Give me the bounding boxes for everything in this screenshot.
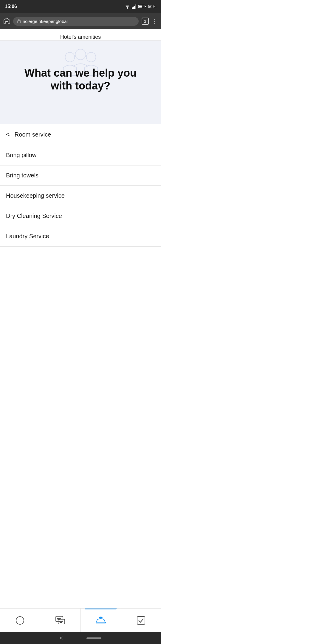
svg-point-9 — [65, 52, 75, 62]
home-svg — [4, 18, 10, 24]
home-icon[interactable] — [4, 18, 10, 25]
signal-icon — [132, 4, 137, 9]
url-text: ncierge.hkeeper.global — [23, 19, 68, 24]
lock-icon — [17, 19, 21, 24]
page-header: Hotel's amenities — [0, 29, 161, 41]
wifi-icon — [125, 4, 130, 9]
tab-count[interactable]: 2 — [142, 18, 149, 25]
svg-point-10 — [86, 52, 96, 62]
lock-svg — [17, 19, 21, 23]
url-bar[interactable]: ncierge.hkeeper.global — [13, 17, 139, 26]
svg-point-0 — [127, 8, 128, 9]
back-arrow-icon: < — [6, 131, 10, 138]
list-item[interactable]: Housekeeping service — [0, 186, 161, 206]
room-service-back-item[interactable]: < Room service — [0, 124, 161, 145]
more-menu-icon[interactable]: ⋮ — [152, 18, 157, 25]
battery-text: 50% — [148, 4, 156, 9]
browser-bar: ncierge.hkeeper.global 2 ⋮ — [0, 13, 161, 29]
battery-icon — [138, 4, 146, 9]
laundry-service-item[interactable]: Laundry Service — [0, 226, 161, 247]
svg-rect-8 — [18, 21, 21, 23]
svg-rect-4 — [135, 4, 136, 9]
svg-point-11 — [75, 49, 86, 60]
svg-rect-6 — [145, 6, 146, 7]
status-time: 15:06 — [5, 4, 17, 9]
menu-list: < Room service Bring pillow Bring towels… — [0, 124, 161, 247]
svg-rect-2 — [133, 7, 134, 9]
list-item[interactable]: Bring pillow — [0, 145, 161, 165]
status-icons: 50% — [125, 4, 156, 9]
list-item[interactable]: Bring towels — [0, 165, 161, 186]
status-bar: 15:06 50% — [0, 0, 161, 13]
hero-section: What can we help you with today? — [0, 41, 161, 124]
room-service-label: Room service — [15, 131, 51, 138]
svg-rect-3 — [134, 6, 135, 9]
svg-rect-7 — [139, 6, 142, 8]
hero-title: What can we help you with today? — [21, 66, 140, 92]
svg-rect-1 — [132, 7, 133, 9]
list-item[interactable]: Dry Cleaning Service — [0, 206, 161, 226]
